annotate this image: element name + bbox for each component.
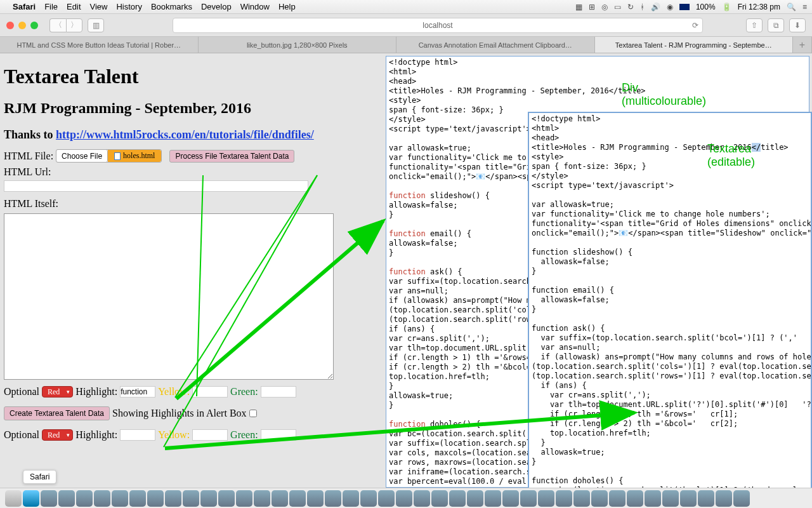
dock-app-icon[interactable] — [289, 490, 306, 507]
dock-app-icon[interactable] — [716, 490, 732, 507]
tabs-button[interactable]: ⧉ — [768, 18, 784, 32]
tab-bar: HTML and CSS More Button Ideas Tutorial … — [0, 37, 812, 53]
dock-finder-icon[interactable] — [5, 490, 22, 507]
dock-app-icon[interactable] — [502, 490, 519, 507]
dock-app-icon[interactable] — [76, 490, 93, 507]
page-subtitle: RJM Programming - September, 2016 — [4, 100, 351, 117]
dock-app-icon[interactable] — [112, 490, 128, 507]
url-text: localhost — [422, 21, 452, 30]
choose-file-button[interactable]: Choose File — [56, 150, 108, 162]
dock-app-icon[interactable] — [236, 490, 252, 507]
alert-checkbox[interactable] — [249, 410, 257, 417]
minimize-window[interactable] — [18, 22, 26, 29]
dock-app-icon[interactable] — [680, 490, 697, 507]
menu-develop[interactable]: Develop — [201, 2, 232, 11]
tab[interactable]: Canvas Annotation Email Attachment Clipb… — [396, 37, 595, 53]
dock-app-icon[interactable] — [431, 490, 448, 507]
menu-view[interactable]: View — [90, 2, 108, 11]
downloads-button[interactable]: ⬇ — [789, 18, 806, 32]
menu-history[interactable]: History — [116, 2, 141, 11]
tab[interactable]: HTML and CSS More Button Ideas Tutorial … — [0, 37, 199, 53]
highlight-input-green[interactable] — [261, 386, 296, 398]
sidebar-button[interactable]: ▥ — [88, 18, 104, 32]
new-tab-button[interactable]: + — [793, 37, 812, 53]
dock-app-icon[interactable] — [218, 490, 235, 507]
status-icon[interactable]: ▦ — [575, 3, 582, 11]
html-itself-textarea[interactable] — [4, 213, 334, 380]
dock-safari-icon[interactable] — [23, 490, 39, 507]
process-button[interactable]: Process File Textarea Talent Data — [169, 150, 294, 163]
create-button[interactable]: Create Textarea Talent Data — [4, 406, 110, 420]
clock[interactable]: Fri 12:38 pm — [738, 3, 780, 11]
dock-app-icon[interactable] — [325, 490, 341, 507]
reload-icon[interactable]: ⟳ — [692, 21, 698, 30]
dock-app-icon[interactable] — [485, 490, 501, 507]
html-url-input[interactable] — [4, 180, 308, 192]
dock-app-icon[interactable] — [343, 490, 359, 507]
wifi-icon[interactable]: ◉ — [667, 3, 673, 11]
status-icon[interactable]: ◎ — [601, 3, 608, 11]
dock-app-icon[interactable] — [147, 490, 164, 507]
dock-app-icon[interactable] — [591, 490, 608, 507]
share-button[interactable]: ⇧ — [746, 18, 763, 32]
dock-app-icon[interactable] — [378, 490, 395, 507]
flag-icon[interactable] — [679, 4, 690, 10]
notifications-icon[interactable]: ≡ — [802, 3, 807, 11]
dock-app-icon[interactable] — [307, 490, 324, 507]
battery-icon[interactable]: 🔋 — [722, 3, 731, 11]
color-select-red[interactable]: Red — [42, 386, 73, 398]
close-window[interactable] — [6, 22, 14, 29]
menu-file[interactable]: File — [44, 2, 58, 11]
dock-app-icon[interactable] — [520, 490, 537, 507]
dock-app-icon[interactable] — [58, 490, 75, 507]
zoom-window[interactable] — [30, 22, 38, 29]
airplay-icon[interactable]: ▭ — [614, 3, 621, 11]
menu-edit[interactable]: Edit — [67, 2, 81, 11]
dock-app-icon[interactable] — [414, 490, 430, 507]
dock-app-icon[interactable] — [183, 490, 199, 507]
volume-icon[interactable]: 🔊 — [651, 3, 660, 11]
tab-active[interactable]: Textarea Talent - RJM Programming - Sept… — [595, 37, 794, 53]
dock-app-icon[interactable] — [645, 490, 661, 507]
dock-app-icon[interactable] — [396, 490, 412, 507]
dock-app-icon[interactable] — [662, 490, 679, 507]
highlight-input-green-2[interactable] — [261, 429, 296, 441]
app-name[interactable]: Safari — [13, 2, 36, 11]
dock-app-icon[interactable] — [627, 490, 643, 507]
highlight-input-red[interactable] — [120, 386, 155, 398]
textarea-code-panel[interactable]: <!doctype html> <html> <head> <title>Hol… — [528, 112, 812, 488]
thanks-link[interactable]: http://www.html5rocks.com/en/tutorials/f… — [56, 128, 314, 141]
dock-app-icon[interactable] — [165, 490, 181, 507]
sync-icon[interactable]: ↻ — [627, 3, 634, 11]
dock-app-icon[interactable] — [538, 490, 554, 507]
menu-help[interactable]: Help — [278, 2, 296, 11]
dock-app-icon[interactable] — [41, 490, 57, 507]
dock-app-icon[interactable] — [733, 490, 750, 507]
dock-app-icon[interactable] — [360, 490, 377, 507]
tab[interactable]: like_button.jpg 1,280×800 Pixels — [199, 37, 397, 53]
back-button[interactable]: 〈 — [49, 18, 66, 32]
status-icon[interactable]: ⊞ — [589, 3, 595, 11]
dock-app-icon[interactable] — [254, 490, 270, 507]
menu-bookmarks[interactable]: Bookmarks — [151, 2, 192, 11]
color-select-red-2[interactable]: Red — [42, 429, 73, 441]
highlight-input-yellow[interactable] — [192, 386, 228, 398]
spotlight-icon[interactable]: 🔍 — [787, 3, 796, 11]
forward-button[interactable]: 〉 — [66, 18, 82, 32]
dock-app-icon[interactable] — [200, 490, 217, 507]
dock-app-icon[interactable] — [698, 490, 714, 507]
bluetooth-icon[interactable]: ᚼ — [640, 3, 645, 11]
dock-app-icon[interactable] — [573, 490, 590, 507]
dock-app-icon[interactable] — [467, 490, 483, 507]
chosen-file: holes.html — [108, 150, 161, 162]
address-bar[interactable]: localhost ⟳ — [173, 18, 703, 33]
dock-app-icon[interactable] — [94, 490, 110, 507]
dock-app-icon[interactable] — [609, 490, 625, 507]
highlight-input-yellow-2[interactable] — [192, 429, 228, 441]
highlight-input-red-2[interactable] — [120, 429, 155, 441]
dock-app-icon[interactable] — [449, 490, 466, 507]
menu-window[interactable]: Window — [240, 2, 270, 11]
dock-app-icon[interactable] — [556, 490, 572, 507]
dock-app-icon[interactable] — [129, 490, 146, 507]
dock-app-icon[interactable] — [272, 490, 288, 507]
